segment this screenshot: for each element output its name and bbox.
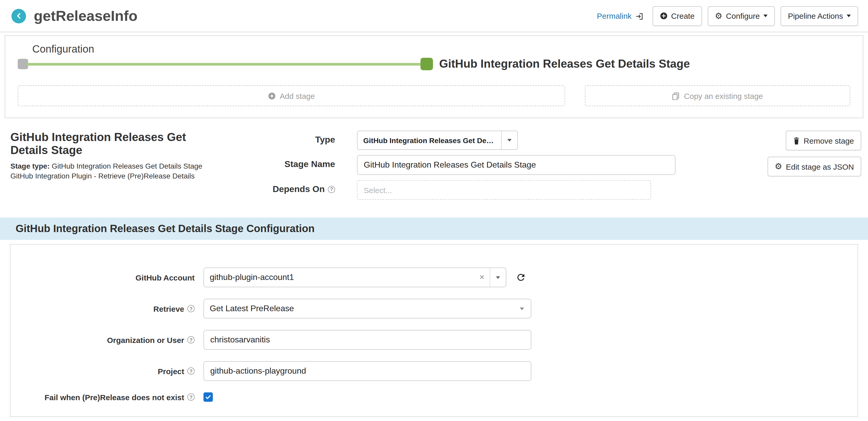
edit-stage-json-label: Edit stage as JSON bbox=[786, 162, 854, 171]
stage-type-label: Stage type: bbox=[10, 161, 50, 170]
stage-type-select[interactable]: GitHub Integration Releases Get Details … bbox=[357, 131, 518, 150]
help-icon[interactable] bbox=[328, 185, 335, 193]
copy-stage-label: Copy an existing stage bbox=[684, 91, 763, 100]
chevron-left-icon bbox=[16, 12, 22, 19]
pipeline-header: getReleaseInfo Permalink Create ⚙ Config… bbox=[0, 0, 868, 32]
stage-description: GitHub Integration Plugin - Retrieve (Pr… bbox=[10, 172, 224, 180]
retrieve-row: Retrieve Get Latest PreRelease bbox=[10, 299, 858, 319]
depends-on-select[interactable]: Select... bbox=[357, 180, 651, 200]
sign-in-icon[interactable] bbox=[635, 12, 643, 20]
back-button[interactable] bbox=[11, 8, 26, 23]
configuration-node-label[interactable]: Configuration bbox=[32, 43, 850, 55]
stage-config-section-header: GitHub Integration Releases Get Details … bbox=[0, 217, 868, 240]
caret-down-icon bbox=[847, 14, 851, 17]
stage-details-section: GitHub Integration Releases Get Details … bbox=[0, 118, 868, 205]
edit-stage-json-button[interactable]: ⚙ Edit stage as JSON bbox=[768, 157, 862, 176]
help-icon[interactable] bbox=[187, 367, 195, 375]
github-account-select[interactable]: github-plugin-account1 × bbox=[204, 268, 506, 287]
add-stage-button[interactable]: Add stage bbox=[18, 85, 565, 106]
project-input[interactable] bbox=[204, 361, 531, 381]
depends-on-placeholder: Select... bbox=[364, 185, 392, 194]
pipeline-connector bbox=[27, 63, 422, 65]
github-account-row: GitHub Account github-plugin-account1 × bbox=[10, 268, 858, 287]
stage-type-line: Stage type: GitHub Integration Releases … bbox=[10, 161, 224, 170]
stage-type-select-value: GitHub Integration Releases Get Details … bbox=[358, 136, 501, 144]
fail-when-missing-label: Fail when (Pre)Release does not exist bbox=[10, 393, 204, 401]
pipeline-graph-card: Configuration GitHub Integration Release… bbox=[5, 35, 863, 118]
stage-name-field-row: Stage Name bbox=[224, 155, 762, 175]
project-label: Project bbox=[10, 367, 204, 375]
chevron-down-icon bbox=[490, 268, 506, 287]
permalink-link[interactable]: Permalink bbox=[597, 11, 631, 20]
remove-stage-label: Remove stage bbox=[804, 136, 854, 145]
pipeline-config-page: getReleaseInfo Permalink Create ⚙ Config… bbox=[0, 0, 868, 421]
help-icon[interactable] bbox=[187, 336, 195, 343]
stage-fields: Type GitHub Integration Releases Get Det… bbox=[224, 131, 762, 205]
depends-on-field-row: Depends On Select... bbox=[224, 180, 762, 200]
header-actions: Permalink Create ⚙ Configure Pipeline Ac… bbox=[597, 6, 858, 26]
type-label: Type bbox=[224, 131, 357, 145]
trash-icon bbox=[793, 137, 800, 144]
stage-actions-row: Add stage Copy an existing stage bbox=[18, 85, 850, 106]
gear-icon: ⚙ bbox=[775, 162, 782, 171]
retrieve-select-value: Get Latest PreRelease bbox=[204, 304, 520, 313]
organization-input[interactable] bbox=[204, 330, 531, 350]
remove-stage-button[interactable]: Remove stage bbox=[786, 131, 861, 150]
depends-on-label: Depends On bbox=[224, 180, 357, 194]
copy-icon bbox=[672, 92, 680, 100]
page-title: getReleaseInfo bbox=[34, 7, 137, 24]
type-field-row: Type GitHub Integration Releases Get Det… bbox=[224, 131, 762, 150]
chevron-down-icon bbox=[520, 307, 531, 310]
stage-buttons: Remove stage ⚙ Edit stage as JSON bbox=[762, 131, 862, 176]
help-icon[interactable] bbox=[187, 305, 195, 312]
plus-circle-icon bbox=[659, 12, 668, 20]
github-account-label: GitHub Account bbox=[10, 273, 204, 282]
pipeline-actions-button[interactable]: Pipeline Actions bbox=[781, 6, 858, 26]
retrieve-select[interactable]: Get Latest PreRelease bbox=[204, 299, 531, 319]
stage-summary: GitHub Integration Releases Get Details … bbox=[10, 131, 224, 181]
stage-heading: GitHub Integration Releases Get Details … bbox=[10, 131, 198, 157]
chevron-down-icon bbox=[501, 131, 517, 149]
configure-button-label: Configure bbox=[726, 11, 760, 20]
pipeline-graph: GitHub Integration Releases Get Details … bbox=[18, 57, 850, 71]
github-account-value: github-plugin-account1 bbox=[204, 273, 474, 282]
fail-when-missing-checkbox[interactable] bbox=[204, 392, 213, 402]
organization-row: Organization or User bbox=[10, 330, 858, 350]
stage-name-input[interactable] bbox=[357, 155, 676, 175]
stage-config-heading: GitHub Integration Releases Get Details … bbox=[16, 223, 315, 234]
help-icon[interactable] bbox=[187, 393, 195, 401]
create-button-label: Create bbox=[671, 11, 694, 20]
pipeline-actions-label: Pipeline Actions bbox=[788, 11, 843, 20]
organization-label: Organization or User bbox=[10, 335, 204, 344]
stage-config-card: GitHub Account github-plugin-account1 × … bbox=[10, 244, 858, 417]
project-row: Project bbox=[10, 361, 858, 381]
copy-stage-button[interactable]: Copy an existing stage bbox=[585, 85, 850, 106]
stage-node-label[interactable]: GitHub Integration Releases Get Details … bbox=[439, 57, 690, 71]
add-stage-label: Add stage bbox=[280, 91, 315, 100]
configure-button[interactable]: ⚙ Configure bbox=[708, 6, 775, 26]
gear-icon: ⚙ bbox=[715, 12, 722, 20]
stage-type-value: GitHub Integration Releases Get Details … bbox=[52, 161, 203, 170]
stage-node[interactable] bbox=[421, 58, 433, 70]
create-button[interactable]: Create bbox=[652, 6, 702, 26]
retrieve-label: Retrieve bbox=[10, 304, 204, 313]
plus-circle-icon bbox=[268, 92, 276, 100]
stage-name-label: Stage Name bbox=[224, 155, 357, 170]
clear-icon[interactable]: × bbox=[474, 272, 490, 282]
fail-when-missing-row: Fail when (Pre)Release does not exist bbox=[10, 392, 858, 402]
refresh-icon[interactable] bbox=[516, 272, 526, 282]
caret-down-icon bbox=[764, 14, 768, 17]
